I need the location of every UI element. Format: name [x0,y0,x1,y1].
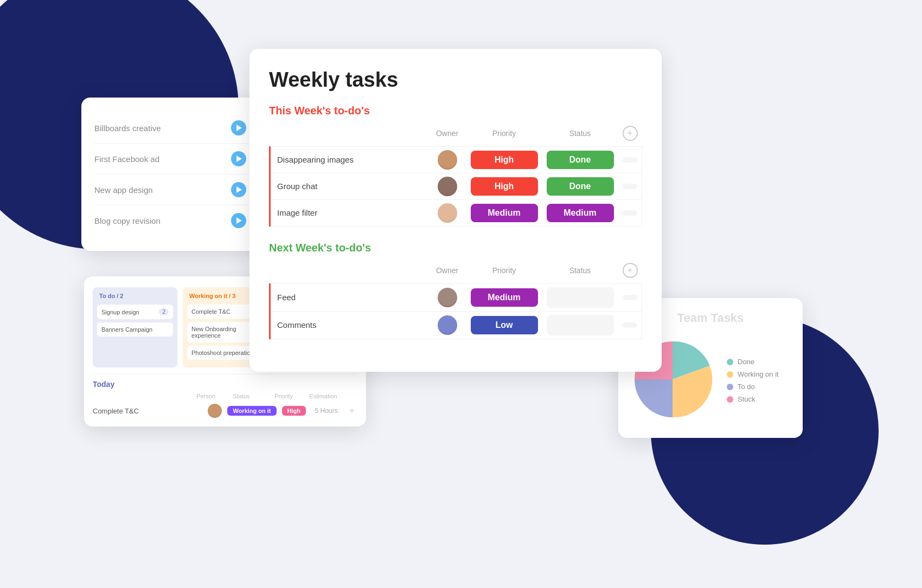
time-task-name-0: Billboards creative [94,124,225,133]
next-extra-0 [623,295,638,300]
legend-item-stuck: Stuck [727,395,779,403]
col-header-priority: Priority [466,126,542,147]
extra-2 [623,210,638,216]
next-week-status-1 [547,315,614,335]
next-week-section-title: Next Week's to-do's [269,242,642,254]
col-header-status: Status [542,126,618,147]
extra-1 [623,184,638,189]
next-week-task-row-1: Comments Low [270,312,642,339]
legend-dot-working [727,371,733,378]
this-week-task-row-0: Disappearing images High Done [270,147,642,173]
col-header-task [270,126,428,147]
next-week-avatar-0 [438,288,457,307]
this-week-table: Owner Priority Status + Disappearing ima… [269,126,642,227]
time-task-name-1: First Facebook ad [94,154,225,164]
play-button-2[interactable] [231,182,246,197]
legend-label-done: Done [738,358,754,366]
col-person-label: Person [196,393,215,399]
next-week-task-name-1: Comments [277,320,317,329]
time-task-name-2: New app design [94,185,225,195]
col-header-add: + [618,126,642,147]
this-week-avatar-1 [438,177,457,196]
next-extra-1 [623,322,638,328]
weekly-tasks-card: Weekly tasks This Week's to-do's Owner P… [249,49,662,372]
kanban-item-0: Signup design 2 [97,305,173,319]
legend-dot-done [727,359,733,365]
today-task-name: Complete T&C [93,407,202,415]
this-week-section-title: This Week's to-do's [269,105,642,117]
add-icon[interactable]: + [347,406,357,416]
weekly-tasks-title: Weekly tasks [269,68,642,92]
this-week-status-0: Done [547,151,614,169]
next-week-status-0 [547,287,614,308]
next-week-task-row-0: Feed Medium [270,284,642,312]
col-estimation-label: Estimation [304,393,342,399]
this-week-task-row-2: Image filter Medium Medium [270,200,642,227]
svg-marker-3 [236,217,242,224]
col-header-owner: Owner [428,126,466,147]
time-task-row-3: Blog copy revision 3h 0 [94,205,274,236]
next-week-priority-1: Low [471,316,538,334]
next-col-header-priority: Priority [466,263,542,284]
this-week-task-name-2: Image filter [277,208,317,217]
today-strip: Today Person Status Priority Estimation … [93,374,357,418]
today-estimation: 5 Hours [311,407,341,415]
chart-legend: Done Working on it To do Stuck [727,358,779,403]
next-week-task-name-0: Feed [277,293,296,302]
this-week-priority-0: High [471,151,538,169]
next-week-avatar-1 [438,315,457,335]
legend-label-stuck: Stuck [738,395,755,403]
today-status-badge: Working on it [227,406,276,416]
today-priority-badge: High [282,406,306,416]
this-week-task-row-1: Group chat High Done [270,173,642,200]
col-status-label: Status [220,393,263,399]
this-week-priority-1: High [471,177,538,196]
today-task-row: Complete T&C Working on it High 5 Hours … [93,404,357,418]
next-col-header-status: Status [542,263,618,284]
kanban-todo-header: To do / 2 [97,292,173,300]
this-week-priority-2: Medium [471,204,538,222]
this-week-avatar-0 [438,150,457,170]
svg-marker-0 [236,125,242,131]
svg-marker-1 [236,156,242,162]
next-col-header-owner: Owner [428,263,466,284]
today-label: Today [93,380,357,389]
today-avatar [208,404,222,418]
play-button-3[interactable] [231,213,246,228]
play-button-1[interactable] [231,151,246,166]
play-button-0[interactable] [231,120,246,135]
legend-label-todo: To do [738,383,755,391]
kanban-item-1: Banners Campaign [97,322,173,337]
legend-dot-todo [727,384,733,390]
add-column-button[interactable]: + [623,126,638,141]
legend-dot-stuck [727,396,733,403]
next-week-table: Owner Priority Status + Feed Medium [269,263,642,339]
this-week-task-name-1: Group chat [277,182,317,191]
legend-item-todo: To do [727,383,779,391]
time-task-row-1: First Facebook ad 4h 3 [94,144,274,175]
time-task-row-0: Billboards creative 6h 5 [94,113,274,144]
legend-label-working: Working on it [738,370,779,378]
col-priority-label: Priority [267,393,300,399]
this-week-avatar-2 [438,203,457,223]
this-week-status-1: Done [547,177,614,196]
next-col-header-add: + [618,263,642,284]
next-week-priority-0: Medium [471,288,538,307]
legend-item-done: Done [727,358,779,366]
this-week-task-name-0: Disappearing images [277,155,354,164]
extra-0 [623,157,638,163]
svg-marker-2 [236,186,242,193]
next-col-header-task [270,263,428,284]
time-task-row-2: New app design 12h [94,175,274,205]
kanban-col-todo: To do / 2 Signup design 2 Banners Campai… [93,287,177,367]
this-week-status-2: Medium [547,204,614,222]
time-task-name-3: Blog copy revision [94,216,225,225]
legend-item-working: Working on it [727,370,779,378]
next-add-column-button[interactable]: + [623,263,638,278]
